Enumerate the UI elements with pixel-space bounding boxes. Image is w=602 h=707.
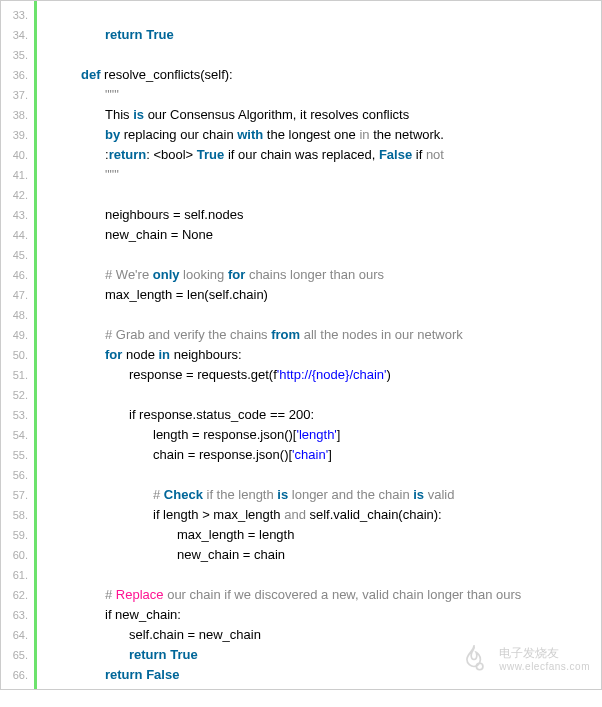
- line-number: 42.: [1, 185, 34, 205]
- code-line: [37, 565, 601, 585]
- line-number: 34.: [1, 25, 34, 45]
- line-number: 59.: [1, 525, 34, 545]
- line-number: 53.: [1, 405, 34, 425]
- code-line: max_length = len(self.chain): [37, 285, 601, 305]
- line-number: 40.: [1, 145, 34, 165]
- line-number: 55.: [1, 445, 34, 465]
- code-line: by replacing our chain with the longest …: [37, 125, 601, 145]
- line-number: 44.: [1, 225, 34, 245]
- code-line: def resolve_conflicts(self):: [37, 65, 601, 85]
- line-number: 33.: [1, 5, 34, 25]
- line-number: 48.: [1, 305, 34, 325]
- code-line: [37, 305, 601, 325]
- code-line: if new_chain:: [37, 605, 601, 625]
- line-number: 60.: [1, 545, 34, 565]
- line-number: 51.: [1, 365, 34, 385]
- line-number: 49.: [1, 325, 34, 345]
- code-line: # We're only looking for chains longer t…: [37, 265, 601, 285]
- code-line: response = requests.get(f'http://{node}/…: [37, 365, 601, 385]
- code-line: for node in neighbours:: [37, 345, 601, 365]
- code-line: [37, 245, 601, 265]
- code-line: :return: <bool> True if our chain was re…: [37, 145, 601, 165]
- line-number: 58.: [1, 505, 34, 525]
- code-line: new_chain = chain: [37, 545, 601, 565]
- line-number: 61.: [1, 565, 34, 585]
- line-number: 39.: [1, 125, 34, 145]
- line-number: 54.: [1, 425, 34, 445]
- line-number: 56.: [1, 465, 34, 485]
- code-line: new_chain = None: [37, 225, 601, 245]
- code-line: # Check if the length is longer and the …: [37, 485, 601, 505]
- code-line: max_length = length: [37, 525, 601, 545]
- code-block: 33. 34. 35. 36. 37. 38. 39. 40. 41. 42. …: [0, 0, 602, 690]
- code-line: # Replace our chain if we discovered a n…: [37, 585, 601, 605]
- line-number: 36.: [1, 65, 34, 85]
- line-number: 50.: [1, 345, 34, 365]
- code-line: length = response.json()['length']: [37, 425, 601, 445]
- line-number: 35.: [1, 45, 34, 65]
- line-number: 63.: [1, 605, 34, 625]
- code-line: [37, 385, 601, 405]
- code-line: self.chain = new_chain: [37, 625, 601, 645]
- code-content: return True def resolve_conflicts(self):…: [37, 1, 601, 689]
- code-line: """: [37, 85, 601, 105]
- code-line: chain = response.json()['chain']: [37, 445, 601, 465]
- line-number: 38.: [1, 105, 34, 125]
- code-line: neighbours = self.nodes: [37, 205, 601, 225]
- line-number: 46.: [1, 265, 34, 285]
- code-line: [37, 45, 601, 65]
- line-number: 47.: [1, 285, 34, 305]
- line-number: 62.: [1, 585, 34, 605]
- code-line: return True: [37, 25, 601, 45]
- code-line: [37, 5, 601, 25]
- line-number: 66.: [1, 665, 34, 685]
- line-number-gutter: 33. 34. 35. 36. 37. 38. 39. 40. 41. 42. …: [1, 1, 37, 689]
- code-line: return False: [37, 665, 601, 685]
- code-line: This is our Consensus Algorithm, it reso…: [37, 105, 601, 125]
- line-number: 43.: [1, 205, 34, 225]
- line-number: 37.: [1, 85, 34, 105]
- code-line: if length > max_length and self.valid_ch…: [37, 505, 601, 525]
- code-line: [37, 185, 601, 205]
- code-line: # Grab and verify the chains from all th…: [37, 325, 601, 345]
- line-number: 57.: [1, 485, 34, 505]
- line-number: 52.: [1, 385, 34, 405]
- line-number: 41.: [1, 165, 34, 185]
- code-line: return True: [37, 645, 601, 665]
- code-line: [37, 465, 601, 485]
- code-line: if response.status_code == 200:: [37, 405, 601, 425]
- line-number: 65.: [1, 645, 34, 665]
- code-line: """: [37, 165, 601, 185]
- line-number: 45.: [1, 245, 34, 265]
- line-number: 64.: [1, 625, 34, 645]
